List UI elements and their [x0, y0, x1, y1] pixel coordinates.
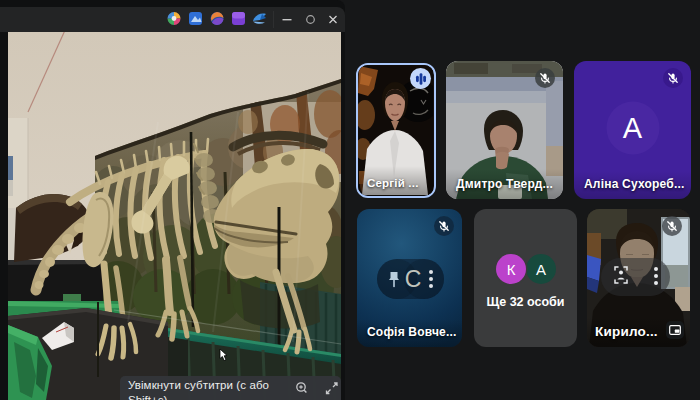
svg-text:К: К: [507, 261, 516, 278]
svg-text:А: А: [536, 261, 546, 278]
svg-text:С: С: [405, 266, 422, 292]
